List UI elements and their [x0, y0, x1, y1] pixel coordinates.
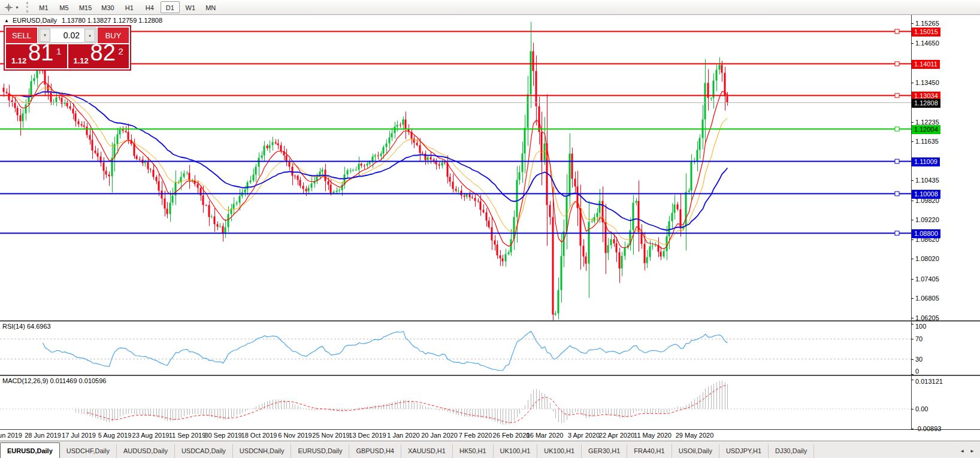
- chart-tab-hk50-h1[interactable]: HK50,H1: [453, 444, 494, 458]
- price-tick: [911, 122, 914, 123]
- chart-title: ▲ EURUSD,Daily 1.13780 1.13827 1.12759 1…: [4, 17, 162, 24]
- timeframe-toolbar: M1M5M15M30H1H4D1W1MN: [34, 1, 221, 13]
- price-tick: [911, 239, 914, 240]
- timeframe-button-mn[interactable]: MN: [201, 1, 220, 13]
- hline-handle[interactable]: [895, 127, 899, 131]
- sell-price-prefix: 1.12: [11, 56, 26, 65]
- hline-handle[interactable]: [895, 93, 899, 98]
- chart-tab-usoil-daily[interactable]: USOil,Daily: [672, 444, 719, 458]
- crosshair-icon: [4, 3, 13, 12]
- macd-scale-tick: [911, 380, 914, 380]
- chart-tab-usdjpy-h1[interactable]: USDJPY,H1: [719, 444, 769, 458]
- price-line-badge: 1.12004: [912, 125, 940, 134]
- rsi-scale-label: 100: [915, 322, 926, 330]
- ma-fast-line: [10, 82, 728, 249]
- chart-tab-fra40-h1[interactable]: FRA40,H1: [627, 444, 672, 458]
- timeframe-button-m15[interactable]: M15: [75, 1, 96, 13]
- hline-handle[interactable]: [895, 159, 899, 163]
- tab-scroll-right-icon[interactable]: ►: [970, 448, 975, 454]
- chart-tab-bar: EURUSD,DailyUSDCHF,DailyAUDUSD,DailyUSDC…: [0, 441, 980, 458]
- chart-tab-usdcnh-daily[interactable]: USDCNH,Daily: [233, 444, 292, 458]
- sell-price-pipette: 1: [56, 46, 61, 56]
- price-tick: [911, 220, 914, 220]
- hline-handle[interactable]: [895, 29, 899, 34]
- macd-signal-line: [87, 385, 728, 423]
- candlestick-chart[interactable]: [0, 15, 911, 320]
- timeframe-button-h1[interactable]: H1: [120, 1, 139, 13]
- price-tick: [911, 180, 914, 181]
- collapse-chart-icon[interactable]: ▲: [4, 18, 9, 23]
- macd-chart[interactable]: [0, 376, 911, 429]
- buy-price-prefix: 1.12: [74, 56, 89, 65]
- price-tick-label: 1.10435: [915, 176, 939, 184]
- rsi-scale-label: 0: [915, 367, 919, 375]
- buy-price-pipette: 2: [119, 46, 123, 56]
- chart-tab-eurusd-daily[interactable]: EURUSD,Daily: [291, 444, 349, 458]
- toolbar-drag-handle[interactable]: [26, 2, 28, 13]
- panel-separator[interactable]: [0, 320, 980, 321]
- caret-up-icon: ▲: [88, 34, 92, 37]
- date-label: 29 May 2020: [670, 432, 720, 439]
- timeframe-button-m5[interactable]: M5: [55, 1, 74, 13]
- price-axis-line: [911, 15, 912, 429]
- top-toolbar: ▼ M1M5M15M30H1H4D1W1MN: [0, 0, 980, 15]
- timeframe-button-m1[interactable]: M1: [34, 1, 53, 13]
- macd-scale-label: 0.013121: [915, 377, 943, 386]
- hline-handle[interactable]: [895, 62, 899, 66]
- chart-tab-usdchf-daily[interactable]: USDCHF,Daily: [60, 444, 117, 458]
- one-click-trading-panel: SELL ▼ 0.02 ▲ BUY 1.12 81 1 1.12 82 2: [4, 25, 131, 71]
- tab-scroll-left-icon[interactable]: ◄: [960, 448, 964, 454]
- price-tick-label: 1.07405: [915, 275, 939, 283]
- price-tick: [911, 318, 914, 319]
- price-line-badge: 1.08800: [912, 229, 940, 238]
- price-tick-label: 1.06205: [915, 314, 939, 322]
- current-price-badge: 1.12808: [912, 99, 940, 108]
- price-tick-label: 1.15265: [915, 19, 939, 28]
- timeframe-button-m30[interactable]: M30: [97, 1, 118, 13]
- chart-tabs: EURUSD,DailyUSDCHF,DailyAUDUSD,DailyUSDC…: [0, 441, 814, 458]
- panel-separator[interactable]: [0, 375, 980, 376]
- price-tick-label: 1.14650: [915, 39, 939, 47]
- rsi-line: [43, 331, 728, 371]
- rsi-scale-tick: [911, 324, 914, 324]
- price-tick: [911, 43, 914, 44]
- chart-tab-usdcad-daily[interactable]: USDCAD,Daily: [175, 444, 233, 458]
- chart-tab-xauusd-h1[interactable]: XAUUSD,H1: [401, 444, 453, 458]
- chart-tab-uk100-h1[interactable]: UK100,H1: [494, 444, 538, 458]
- chart-tab-gbpusd-h4[interactable]: GBPUSD,H4: [349, 444, 401, 458]
- timeframe-button-d1[interactable]: D1: [161, 1, 180, 13]
- buy-price-digits: 82: [90, 40, 116, 66]
- timeframe-button-w1[interactable]: W1: [181, 1, 200, 13]
- chart-ohlc-values: 1.13780 1.13827 1.12759 1.12808: [62, 17, 162, 24]
- hline-handle[interactable]: [895, 231, 899, 235]
- price-line-badge: 1.10008: [912, 190, 940, 199]
- macd-scale-tick: [911, 429, 914, 429]
- chart-tab-dj30-daily[interactable]: DJ30,Daily: [769, 444, 814, 458]
- volume-input[interactable]: 0.02: [51, 28, 84, 43]
- macd-scale-label: -0.00893: [915, 424, 941, 433]
- sell-price-button[interactable]: 1.12 81 1: [6, 44, 67, 68]
- chart-tab-eurusd-daily[interactable]: EURUSD,Daily: [0, 442, 60, 458]
- macd-histogram: [76, 381, 728, 424]
- rsi-scale-label: 30: [915, 355, 922, 363]
- price-line-badge: 1.15015: [912, 28, 940, 37]
- time-axis[interactable]: 10 Jun 201928 Jun 201917 Jul 20195 Aug 2…: [0, 429, 980, 441]
- price-tick-label: 1.11635: [915, 137, 939, 145]
- price-tick: [911, 23, 914, 24]
- price-line-badge: 1.14011: [912, 60, 940, 69]
- chevron-down-icon: ▼: [15, 5, 19, 10]
- price-tick: [911, 83, 914, 83]
- chart-tab-ger30-h1[interactable]: GER30,H1: [582, 444, 627, 458]
- price-tick-label: 1.13450: [915, 78, 939, 87]
- timeframe-button-h4[interactable]: H4: [140, 1, 159, 13]
- chart-tab-audusd-daily[interactable]: AUDUSD,Daily: [117, 444, 175, 458]
- chart-tab-uk100-h1[interactable]: UK100,H1: [537, 444, 582, 458]
- chart-symbol-period: EURUSD,Daily: [13, 17, 57, 24]
- price-tick: [911, 201, 914, 201]
- price-line-badge: 1.11009: [912, 157, 940, 166]
- buy-price-button[interactable]: 1.12 82 2: [68, 44, 129, 68]
- rsi-chart[interactable]: [0, 321, 911, 375]
- hline-handle[interactable]: [895, 192, 899, 196]
- crosshair-tool-button[interactable]: ▼: [2, 1, 22, 14]
- rsi-scale-tick: [911, 359, 914, 360]
